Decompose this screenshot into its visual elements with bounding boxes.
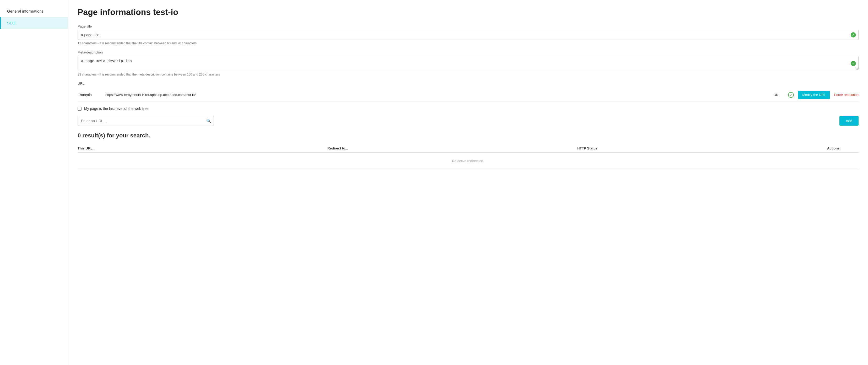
page-title-valid-icon: ✓ <box>851 32 856 37</box>
last-level-checkbox[interactable] <box>78 107 82 111</box>
url-row: Français https://www-leroymerlin-fr-ref.… <box>78 88 859 102</box>
url-value: https://www-leroymerlin-fr-ref.apps.op.a… <box>105 93 769 97</box>
page-title-label: Page title <box>78 24 859 28</box>
meta-description-input-wrapper: ✓ <box>78 56 859 71</box>
last-level-checkbox-label: My page is the last level of the web tre… <box>84 107 149 111</box>
meta-description-hint: 23 characters - It is recommended that t… <box>78 73 859 76</box>
last-level-checkbox-row: My page is the last level of the web tre… <box>78 107 859 111</box>
meta-description-label: Meta-description <box>78 50 859 54</box>
column-http-status: HTTP Status <box>577 146 827 150</box>
force-resolution-button[interactable]: Force resolution <box>834 93 859 97</box>
page-title: Page informations test-io <box>78 7 859 17</box>
sidebar-item-general-informations[interactable]: General informations <box>0 5 68 17</box>
url-section-label: URL <box>78 82 859 86</box>
page-title-input-wrapper: ✓ <box>78 30 859 40</box>
main-content: Page informations test-io Page title ✓ 1… <box>68 0 868 365</box>
url-lang: Français <box>78 93 101 97</box>
modify-url-button[interactable]: Modify the URL <box>798 91 830 99</box>
page-title-hint: 12 characters - It is recommended that t… <box>78 41 859 45</box>
url-check-icon: ✓ <box>788 92 794 98</box>
url-search-input-wrapper: 🔍 <box>78 116 214 126</box>
meta-description-valid-icon: ✓ <box>851 61 856 66</box>
url-search-row: 🔍 Add <box>78 116 859 126</box>
sidebar: General informations SEO <box>0 0 68 365</box>
search-icon: 🔍 <box>206 119 211 123</box>
page-title-section: Page title ✓ 12 characters - It is recom… <box>78 24 859 45</box>
add-button[interactable]: Add <box>839 116 859 126</box>
column-actions: Actions <box>827 146 859 150</box>
url-search-input[interactable] <box>78 116 214 126</box>
page-title-input[interactable] <box>78 30 859 40</box>
table-header: This URL... Redirect to... HTTP Status A… <box>78 144 859 153</box>
url-section: URL Français https://www-leroymerlin-fr-… <box>78 82 859 102</box>
sidebar-item-seo[interactable]: SEO <box>0 17 68 29</box>
meta-description-section: Meta-description ✓ 23 characters - It is… <box>78 50 859 76</box>
column-this-url: This URL... <box>78 146 327 150</box>
empty-state-message: No active redirection. <box>78 153 859 170</box>
results-title: 0 result(s) for your search. <box>78 132 859 139</box>
meta-description-input[interactable] <box>78 56 859 70</box>
column-redirect-to: Redirect to... <box>327 146 577 150</box>
url-status: OK <box>773 93 784 97</box>
